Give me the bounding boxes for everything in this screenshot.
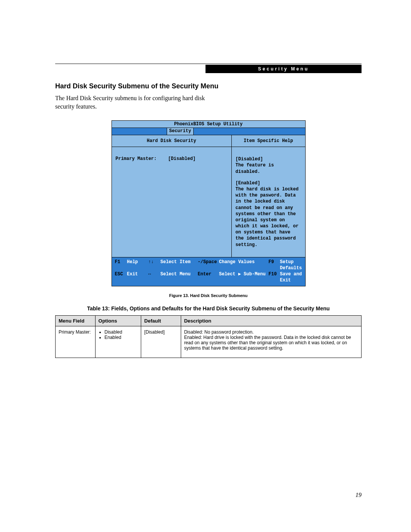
th-default: Default [141,315,181,326]
td-options: Disabled Enabled [95,326,141,358]
footer-label-exit: Exit [127,271,138,283]
th-options: Options [95,315,141,326]
td-menu-field: Primary Master: [56,326,96,358]
footer-label-save-exit: Save and Exit [280,271,302,283]
spec-table: Menu Field Options Default Description P… [55,315,362,358]
bios-main: Hard Disk Security Primary Master: [Disa… [112,135,305,257]
bios-left-column: Hard Disk Security Primary Master: [Disa… [112,135,232,257]
bios-tab-security: Security [167,128,194,135]
opt-enabled: Enabled [105,335,138,340]
table-row: Primary Master: Disabled Enabled [Disabl… [56,326,362,358]
table-header-row: Menu Field Options Default Description [56,315,362,326]
page: Security Menu Hard Disk Security Submenu… [0,0,411,532]
footer-key-enter: Enter [198,271,219,283]
footer-label-select-menu: Select Menu [161,271,191,283]
footer-label-setup-defaults: Setup Defaults [280,259,302,271]
intro-paragraph: The Hard Disk Security submenu is for co… [55,94,219,110]
help-disabled-block: [Disabled] The feature is disabled. [236,156,301,175]
footer-label-select-submenu: Select ▶ Sub-Menu [219,271,269,283]
bios-figure: PhoenixBIOS Setup Utility Security Hard … [112,120,306,286]
opt-disabled: Disabled [105,329,138,335]
th-menu-field: Menu Field [56,315,96,326]
help-enabled-head: [Enabled] [236,180,301,186]
section-title: Hard Disk Security Submenu of the Securi… [55,82,362,90]
footer-label-change-values: Change Values [219,259,269,271]
bios-title: PhoenixBIOS Setup Utility [112,121,305,128]
footer-key-space: -/Space [198,259,219,271]
bios-right-header: Item Specific Help [232,135,305,147]
footer-key-f10: F10 [269,271,280,283]
bios-field-row: Primary Master: [Disabled] [116,156,228,161]
footer-key-arrows-h: ↔ [148,271,161,283]
footer-key-f1: F1 [115,259,127,271]
td-default: [Disabled] [141,326,181,358]
bios-right-column: Item Specific Help [Disabled] The featur… [232,135,305,257]
figure-caption: Figure 13. Hard Disk Security Submenu [55,293,362,298]
bios-footer-row-1: F1Help ↑↓Select Item -/Space Change Valu… [115,259,302,271]
bios-left-header: Hard Disk Security [112,135,231,147]
help-disabled-head: [Disabled] [236,156,301,162]
bios-field-label: Primary Master: [116,156,168,161]
bios-box: PhoenixBIOS Setup Utility Security Hard … [112,120,306,286]
bios-tab-row: Security [112,128,305,135]
td-description: Disabled: No password protection. Enable… [181,326,361,358]
table-caption: Table 13: Fields, Options and Defaults f… [55,305,362,312]
footer-label-help: Help [127,259,138,271]
bios-help-body: [Disabled] The feature is disabled. [Ena… [232,147,305,257]
footer-key-f9: F9 [269,259,280,271]
help-disabled-body: The feature is disabled. [236,162,301,174]
bios-field-value: [Disabled] [168,156,196,161]
help-enabled-block: [Enabled] The hard disk is locked with t… [236,180,301,248]
page-number: 19 [355,492,362,498]
content: Hard Disk Security Submenu of the Securi… [55,82,362,358]
bios-footer-row-2: ESCExit ↔Select Menu Enter Select ▶ Sub-… [115,271,302,283]
bios-left-body: Primary Master: [Disabled] [112,147,231,233]
th-description: Description [181,315,361,326]
footer-key-arrows-v: ↑↓ [148,259,161,271]
footer-label-select-item: Select Item [161,259,191,271]
bios-footer: F1Help ↑↓Select Item -/Space Change Valu… [112,257,305,286]
top-rule [55,64,362,64]
header-banner: Security Menu [206,65,362,73]
help-enabled-body: The hard disk is locked with the pasword… [236,186,301,248]
footer-key-esc: ESC [115,271,127,283]
